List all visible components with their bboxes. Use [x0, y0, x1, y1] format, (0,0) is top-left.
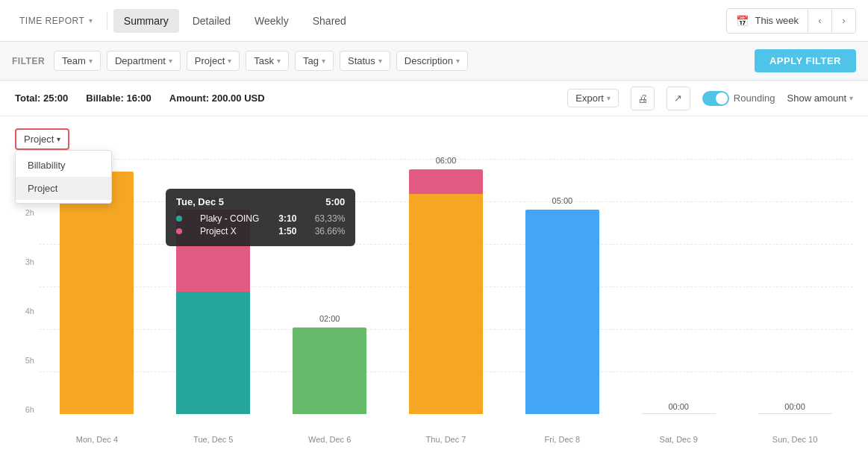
- chevron-down-icon: ▾: [277, 57, 281, 65]
- bar-sun[interactable]: [758, 413, 832, 414]
- bar-group-sat: 00:00: [620, 159, 737, 414]
- filter-status[interactable]: Status ▾: [340, 51, 390, 71]
- rounding-toggle[interactable]: [702, 91, 729, 106]
- y-label-4h: 4h: [15, 307, 34, 316]
- filter-project[interactable]: Project ▾: [187, 51, 240, 71]
- x-label-sun: Sun, Dec 10: [737, 435, 853, 444]
- bar-mon[interactable]: [60, 172, 134, 414]
- chevron-down-icon: ▾: [169, 57, 172, 65]
- x-label-thu: Thu, Dec 7: [388, 435, 505, 444]
- billable-item: Billable: 16:00: [86, 93, 151, 104]
- total-label: Total:: [15, 93, 40, 104]
- bar-top-label-thu: 06:00: [436, 156, 457, 165]
- bar-group-thu: 06:00: [388, 159, 505, 414]
- toggle-thumb: [716, 93, 728, 104]
- x-axis: Mon, Dec 4 Tue, Dec 5 Wed, Dec 6 Thu, De…: [15, 435, 853, 444]
- share-icon: ↗: [674, 93, 682, 104]
- tab-detailed[interactable]: Detailed: [182, 9, 241, 33]
- chart-area: Project ▾ Billability Project 6h 5h 4h 3…: [0, 116, 868, 470]
- x-label-mon: Mon, Dec 4: [39, 435, 155, 444]
- bar-top-label-sat: 00:00: [668, 402, 689, 411]
- bar-wed[interactable]: [293, 328, 366, 414]
- filter-label: FILTER: [12, 56, 45, 66]
- export-button[interactable]: Export ▾: [567, 89, 619, 107]
- filter-task[interactable]: Task ▾: [246, 51, 289, 71]
- apply-filter-button[interactable]: APPLY FILTER: [755, 49, 856, 72]
- amount-item: Amount: 200.00 USD: [169, 93, 265, 104]
- share-button[interactable]: ↗: [666, 87, 690, 110]
- bar-group-sun: 00:00: [737, 159, 853, 414]
- chevron-down-icon: ▾: [607, 94, 611, 102]
- project-dropdown-button[interactable]: Project ▾: [15, 128, 69, 150]
- total-item: Total: 25:00: [15, 93, 68, 104]
- total-value: 25:00: [43, 93, 68, 104]
- filter-department[interactable]: Department ▾: [107, 51, 181, 71]
- bar-top-label-wed: 02:00: [319, 314, 340, 323]
- bar-tue-bottom: [176, 292, 250, 414]
- y-label-2h: 2h: [15, 208, 34, 217]
- tab-shared[interactable]: Shared: [302, 9, 357, 33]
- rounding-label: Rounding: [734, 93, 775, 104]
- print-icon: 🖨: [637, 93, 648, 104]
- project-dropdown: Project ▾ Billability Project: [15, 128, 69, 150]
- project-dropdown-menu: Billability Project: [15, 150, 112, 204]
- chart-controls: Project ▾ Billability Project: [15, 128, 853, 150]
- filter-description[interactable]: Description ▾: [396, 51, 468, 71]
- x-label-wed: Wed, Dec 6: [272, 435, 388, 444]
- chevron-down-icon: ▾: [322, 57, 325, 65]
- dropdown-item-billability[interactable]: Billability: [16, 154, 111, 177]
- bars-grid-container: 06:00 05:00 0: [39, 159, 853, 432]
- date-range-text: This week: [755, 15, 799, 26]
- bar-top-label-tue: 05:00: [203, 196, 224, 205]
- bar-tue[interactable]: [176, 210, 250, 414]
- chevron-down-icon: ▾: [89, 57, 93, 65]
- bar-thu-top: [409, 169, 483, 194]
- show-amount-button[interactable]: Show amount ▾: [787, 93, 854, 104]
- rounding-toggle-row: Rounding: [702, 91, 775, 106]
- x-label-fri: Fri, Dec 8: [504, 435, 620, 444]
- y-label-6h: 6h: [15, 405, 34, 414]
- date-prev-button[interactable]: ‹: [808, 9, 831, 33]
- tabs-container: Summary Detailed Weekly Shared: [113, 9, 357, 33]
- chart-inner: 6h 5h 4h 3h 2h 1h: [15, 159, 853, 432]
- date-picker-inner[interactable]: 📅 This week: [727, 10, 808, 31]
- chevron-down-icon: ▾: [57, 135, 60, 143]
- time-report-label: TIME REPORT: [19, 16, 84, 26]
- bar-tue-top: [176, 210, 250, 291]
- bar-sat[interactable]: [642, 413, 716, 414]
- summary-right: Export ▾ 🖨 ↗ Rounding Show amount ▾: [567, 87, 853, 110]
- chevron-down-icon: ▾: [228, 57, 231, 65]
- bar-fri[interactable]: [525, 210, 599, 414]
- bar-thu[interactable]: [409, 169, 483, 414]
- billable-label: Billable:: [86, 93, 124, 104]
- y-label-3h: 3h: [15, 257, 34, 266]
- print-button[interactable]: 🖨: [631, 87, 655, 110]
- filter-tag[interactable]: Tag ▾: [295, 51, 334, 71]
- date-next-button[interactable]: ›: [831, 9, 855, 33]
- bar-thu-bottom: [409, 194, 483, 414]
- bar-group-wed: 02:00: [272, 159, 388, 414]
- calendar-icon: 📅: [736, 15, 749, 27]
- chevron-down-icon: ▾: [849, 94, 853, 102]
- filter-team[interactable]: Team ▾: [54, 51, 101, 71]
- amount-value: 200.00 USD: [212, 93, 265, 104]
- bar-chart: 6h 5h 4h 3h 2h 1h: [15, 159, 853, 444]
- tab-weekly[interactable]: Weekly: [244, 9, 299, 33]
- y-label-5h: 5h: [15, 356, 34, 365]
- bar-top-label-sun: 00:00: [784, 402, 805, 411]
- top-nav: TIME REPORT ▾ Summary Detailed Weekly Sh…: [0, 0, 868, 42]
- amount-label: Amount:: [169, 93, 209, 104]
- x-label-tue: Tue, Dec 5: [155, 435, 272, 444]
- bars-row: 06:00 05:00 0: [39, 159, 853, 414]
- export-label: Export: [575, 93, 604, 104]
- filter-bar: FILTER Team ▾ Department ▾ Project ▾ Tas…: [0, 42, 868, 81]
- time-report-button[interactable]: TIME REPORT ▾: [12, 11, 101, 31]
- tab-summary[interactable]: Summary: [113, 9, 179, 33]
- date-picker: 📅 This week ‹ ›: [726, 8, 856, 34]
- app-container: TIME REPORT ▾ Summary Detailed Weekly Sh…: [0, 0, 868, 470]
- chevron-down-icon: ▾: [378, 57, 382, 65]
- dropdown-item-project[interactable]: Project: [16, 177, 111, 200]
- project-dropdown-label: Project: [24, 134, 54, 145]
- bar-group-fri: 05:00: [504, 159, 620, 414]
- x-label-sat: Sat, Dec 9: [620, 435, 737, 444]
